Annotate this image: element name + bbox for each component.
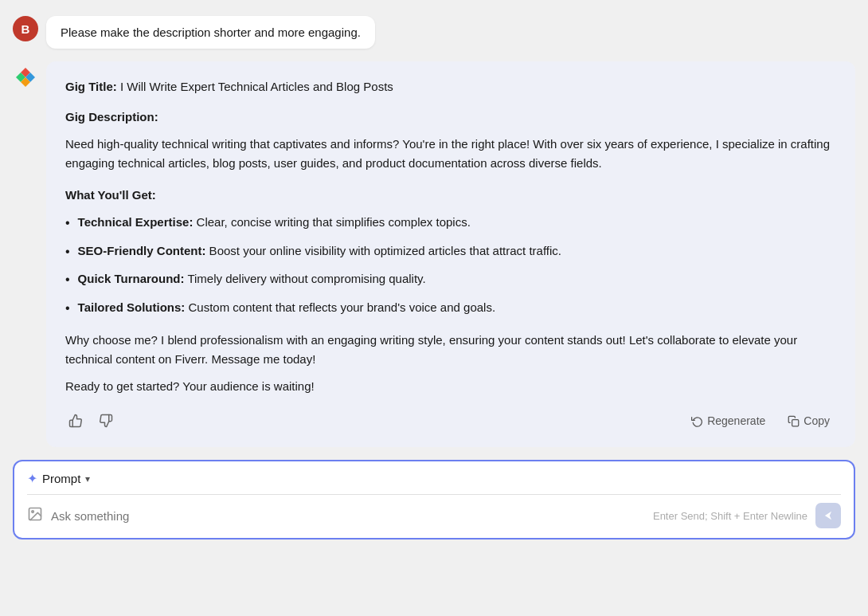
list-item: Technical Expertise: Clear, concise writ…	[65, 213, 836, 233]
ai-logo-icon	[14, 66, 37, 88]
send-icon	[823, 510, 834, 521]
thumbs-down-button[interactable]	[96, 410, 116, 431]
sparkle-icon: ✦	[27, 471, 37, 486]
gig-title-value: I Will Write Expert Technical Articles a…	[120, 80, 393, 93]
ai-response-bubble: Gig Title: I Will Write Expert Technical…	[46, 61, 855, 447]
gig-title-label: Gig Title:	[65, 80, 117, 93]
bullet-term-1: Technical Expertise:	[78, 215, 194, 229]
prompt-header: ✦ Prompt ▾	[27, 471, 841, 486]
gig-desc-heading: Gig Description:	[65, 108, 836, 127]
list-item: Tailored Solutions: Custom content that …	[65, 298, 836, 319]
send-button[interactable]	[815, 503, 841, 528]
bullet-term-4: Tailored Solutions:	[78, 300, 186, 314]
ai-response-row: Gig Title: I Will Write Expert Technical…	[13, 61, 855, 447]
ready-text: Ready to get started? Your audience is w…	[65, 377, 836, 396]
user-message-row: B Please make the description shorter an…	[13, 16, 855, 49]
thumbs-up-button[interactable]	[65, 410, 86, 431]
prompt-input[interactable]	[51, 509, 645, 523]
prompt-label: Prompt	[42, 472, 80, 485]
bullet-term-3: Quick Turnaround:	[78, 272, 185, 285]
prompt-input-row: Enter Send; Shift + Enter Newline	[27, 494, 841, 528]
gig-title-line: Gig Title: I Will Write Expert Technical…	[65, 77, 836, 96]
bullet-text-4: Custom content that reflects your brand'…	[185, 300, 495, 314]
bullet-text-1: Clear, concise writing that simplifies c…	[193, 215, 470, 229]
list-item: SEO-Friendly Content: Boost your online …	[65, 241, 836, 262]
copy-button[interactable]: Copy	[781, 411, 836, 430]
bullet-list: Technical Expertise: Clear, concise writ…	[65, 213, 836, 318]
svg-point-2	[32, 511, 34, 513]
ai-icon	[13, 65, 38, 90]
ai-actions-bar: Regenerate Copy	[65, 410, 836, 431]
gig-intro: Need high-quality technical writing that…	[65, 135, 836, 173]
user-bubble: Please make the description shorter and …	[46, 16, 375, 49]
regenerate-button[interactable]: Regenerate	[685, 411, 772, 430]
bullet-text-3: Timely delivery without compromising qua…	[185, 272, 426, 285]
bullet-text-2: Boost your online visibility with optimi…	[205, 244, 561, 257]
list-item: Quick Turnaround: Timely delivery withou…	[65, 269, 836, 290]
regenerate-icon	[691, 415, 703, 427]
what-you-get-heading: What You'll Get:	[65, 186, 836, 205]
user-avatar: B	[13, 16, 38, 41]
why-choose-text: Why choose me? I blend professionalism w…	[65, 331, 836, 369]
regenerate-label: Regenerate	[707, 414, 765, 427]
chevron-down-icon[interactable]: ▾	[85, 473, 90, 485]
prompt-hint: Enter Send; Shift + Enter Newline	[653, 510, 807, 522]
image-icon	[27, 506, 43, 526]
svg-rect-0	[792, 420, 799, 426]
copy-icon	[788, 415, 800, 427]
copy-label: Copy	[803, 414, 830, 427]
prompt-container: ✦ Prompt ▾ Enter Send; Shift + Enter New…	[13, 460, 855, 539]
bullet-term-2: SEO-Friendly Content:	[78, 244, 206, 257]
